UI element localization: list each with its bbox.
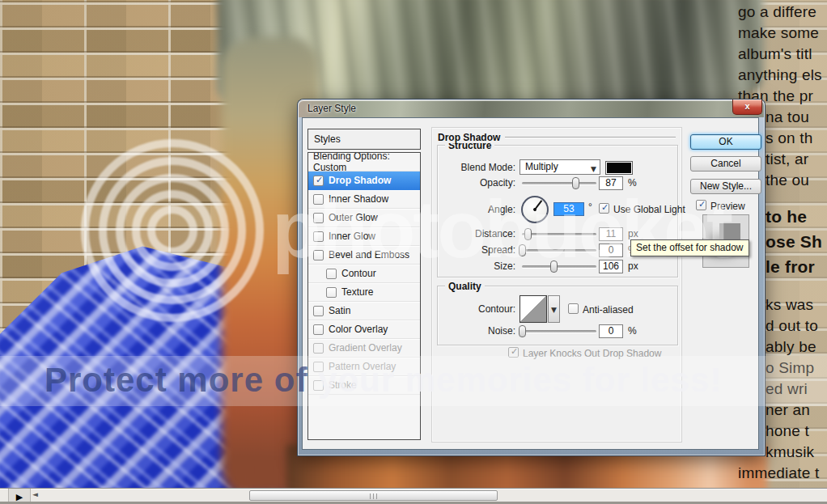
dialog-title: Layer Style: [307, 103, 356, 114]
checkbox-color-overlay[interactable]: [313, 324, 324, 335]
splitter-button[interactable]: ▶: [8, 489, 31, 502]
watermark-text-light: your memories for less!: [307, 361, 722, 399]
scroll-left-icon[interactable]: ◄: [32, 490, 38, 498]
scrollbar-thumb[interactable]: [249, 490, 498, 501]
tooltip: Set the offset for shadow: [630, 239, 749, 256]
close-button[interactable]: x: [732, 100, 762, 115]
article-line: ks was: [766, 296, 813, 314]
article-line: go a differe: [738, 3, 816, 21]
style-item-label: Satin: [329, 305, 350, 316]
article-line: na tou: [766, 108, 809, 126]
checkbox-satin[interactable]: [313, 306, 324, 316]
photobucket-brand-watermark: photobucket: [272, 183, 731, 276]
blend-mode-dropdown[interactable]: Multiply ▼: [520, 159, 600, 175]
blend-mode-label: Blend Mode:: [452, 162, 515, 173]
noise-slider-thumb[interactable]: [519, 325, 526, 337]
style-item-blending-options[interactable]: Blending Options: Custom: [308, 153, 420, 172]
contour-dropdown-button[interactable]: ▼: [548, 295, 560, 323]
article-line: kmusik: [766, 443, 814, 461]
dialog-titlebar[interactable]: Layer Style: [299, 100, 764, 117]
ok-button[interactable]: OK: [690, 134, 761, 150]
anti-aliased-label: Anti-aliased: [583, 304, 634, 316]
style-item-gradient-overlay: Gradient Overlay: [308, 339, 420, 358]
cancel-button[interactable]: Cancel: [690, 156, 761, 172]
style-item-label: Gradient Overlay: [329, 342, 402, 354]
section-title-rule: [501, 137, 676, 138]
style-item-texture[interactable]: Texture: [308, 283, 420, 302]
drop-shadow-section-title: Drop Shadow: [438, 132, 505, 143]
article-line: ably be: [766, 338, 816, 356]
horizontal-scrollbar[interactable]: ▶ ◄: [0, 488, 827, 502]
style-item-label: Color Overlay: [329, 324, 388, 335]
noise-label: Noise:: [452, 325, 515, 337]
watermark-text-dark: Protect more of: [45, 361, 307, 399]
article-line: s on th: [766, 129, 812, 147]
article-line: to he: [766, 207, 807, 227]
style-item-color-overlay[interactable]: Color Overlay: [308, 320, 420, 339]
noise-unit: %: [628, 325, 637, 337]
article-line: anything els: [738, 66, 822, 84]
article-line: d out to: [766, 317, 818, 335]
article-line: tist, ar: [766, 150, 808, 168]
quality-legend: Quality: [445, 281, 485, 292]
photobucket-logo-icon: [81, 139, 264, 322]
contour-label: Contour:: [452, 303, 515, 315]
styles-header: Styles: [307, 129, 421, 150]
chevron-down-icon: ▼: [591, 163, 596, 176]
noise-slider-track[interactable]: [522, 330, 596, 332]
article-line: immediate t: [738, 464, 819, 482]
watermark-text: Protect more of your memories for less!: [45, 361, 722, 400]
style-item-label: Texture: [341, 286, 373, 298]
scrollbar-grip: [370, 493, 378, 499]
close-icon: x: [744, 101, 749, 111]
blend-mode-value: Multiply: [525, 161, 558, 172]
style-item-satin[interactable]: Satin: [308, 302, 420, 320]
article-line: album's titl: [738, 45, 812, 63]
noise-field[interactable]: 0: [599, 324, 623, 338]
article-line: make some: [738, 24, 819, 42]
shadow-color-swatch[interactable]: [605, 161, 633, 175]
chevron-down-icon: ▼: [551, 306, 557, 314]
article-line: hone t: [766, 422, 809, 440]
anti-aliased-checkbox[interactable]: [568, 303, 579, 314]
article-line: le fror: [766, 257, 815, 277]
style-item-label: Blending Options: Custom: [313, 152, 420, 173]
contour-thumbnail[interactable]: [520, 295, 547, 323]
checkbox-gradient-overlay: [313, 343, 324, 354]
checkbox-texture[interactable]: [326, 287, 337, 298]
article-line: ose Sh: [766, 232, 822, 252]
article-line: the ou: [766, 172, 809, 189]
screenshot-stage: go a differe make some album's titl anyt…: [0, 0, 827, 504]
